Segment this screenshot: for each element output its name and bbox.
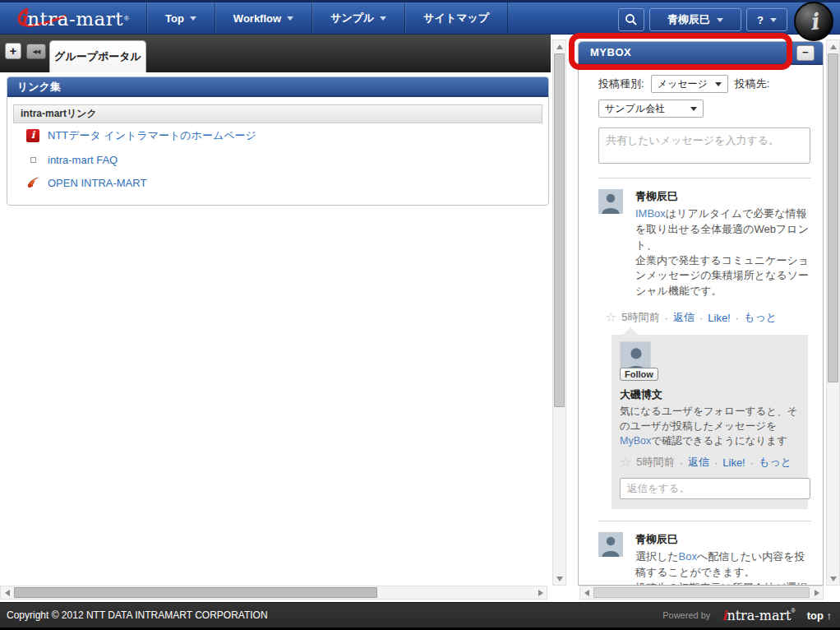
open-intra-mart-swoosh-icon (26, 176, 39, 189)
collapse-tabs-button[interactable]: ◀◀ (26, 44, 46, 59)
page-footer: Copyright © 2012 NTT DATA INTRAMART CORP… (0, 602, 840, 630)
link-open-intra-mart[interactable]: OPEN INTRA-MART (48, 177, 146, 189)
follow-suggestion-card: Follow 大磯博文 気になるユーザをフォローすると、そのユーザが投稿したメッ… (612, 335, 808, 509)
page-vertical-scrollbar[interactable] (826, 39, 840, 586)
favorite-star-icon[interactable]: ☆ (605, 311, 616, 324)
like-link[interactable]: Like! (708, 312, 730, 324)
chevron-down-icon (770, 18, 777, 22)
timeline-post: 青柳辰巳 選択したBoxへ配信したい内容を投稿することができます。 投稿先の初期… (579, 521, 823, 586)
links-portlet: リンク集 intra-martリンク i NTTデータ イントラマートのホームペ… (7, 76, 549, 206)
post-author: 青柳辰巳 (635, 532, 813, 547)
scroll-down-icon[interactable] (830, 577, 837, 581)
post-author: 大磯博文 (620, 387, 800, 402)
mybox-title: MYBOX (590, 46, 631, 58)
chevron-down-icon (380, 16, 386, 21)
list-item: i NTTデータ イントラマートのホームページ (13, 123, 542, 148)
more-link[interactable]: もっと (744, 310, 777, 325)
post-to-select[interactable]: サンプル会社 (598, 100, 704, 118)
reply-input[interactable] (620, 478, 810, 499)
avatar (598, 189, 623, 214)
link-ntt-data-homepage[interactable]: NTTデータ イントラマートのホームページ (48, 128, 256, 143)
scroll-left-icon[interactable] (5, 590, 10, 596)
reply-link[interactable]: 返信 (673, 310, 695, 325)
message-input[interactable] (598, 127, 810, 164)
scroll-up-icon[interactable] (830, 44, 837, 49)
top-navigation-bar: intra-mart ® Top Workflow サンプル サイトマップ 青柳… (0, 0, 840, 35)
reply-link[interactable]: 返信 (688, 455, 709, 470)
menu-item-sample[interactable]: サンプル (312, 2, 404, 34)
search-button[interactable] (618, 8, 644, 31)
logo-registered-mark: ® (124, 15, 129, 22)
menu-item-workflow[interactable]: Workflow (215, 2, 312, 34)
help-menu-button[interactable]: ? (746, 8, 787, 31)
square-outline-icon (26, 153, 39, 166)
more-link[interactable]: もっと (759, 455, 792, 470)
tab-group-portal[interactable]: グループポータル (49, 40, 146, 72)
intra-mart-emblem-icon: i (794, 2, 833, 41)
list-item: intra-mart FAQ (13, 148, 542, 171)
post-to-label: 投稿先: (735, 76, 770, 91)
favorite-star-icon[interactable]: ☆ (620, 456, 631, 469)
post-type-label: 投稿種別: (598, 76, 644, 91)
scrollbar-thumb[interactable] (828, 53, 838, 382)
powered-by-label: Powered by (662, 610, 710, 620)
logo-text: intra-mart (20, 7, 123, 30)
menu-item-sitemap[interactable]: サイトマップ (404, 2, 508, 34)
chevron-down-icon (190, 16, 196, 21)
post-text: 企業内で発生するコミュニケーションメッセージの集積場所となるソーシャル機能です。 (635, 253, 813, 300)
main-vertical-scrollbar[interactable] (552, 39, 566, 586)
menu-item-top[interactable]: Top (146, 2, 215, 34)
post-timestamp: 5時間前 (636, 455, 674, 470)
speech-notch (623, 327, 638, 335)
link-intra-mart-faq[interactable]: intra-mart FAQ (48, 154, 118, 166)
scroll-left-icon[interactable] (584, 590, 589, 596)
post-type-select[interactable]: メッセージ (651, 75, 728, 93)
scrollbar-thumb[interactable] (554, 53, 565, 407)
timeline-post: 青柳辰巳 IMBoxはリアルタイムで必要な情報を取り出せる全体最適のWebフロン… (579, 178, 823, 325)
post-text: 選択したBoxへ配信したい内容を投稿することができます。 (635, 549, 813, 581)
intra-mart-logo: intra-mart ® (0, 2, 146, 34)
intra-mart-red-icon: i (26, 129, 39, 142)
post-text: 気になるユーザをフォローすると、そのユーザが投稿したメッセージをMyBoxで確認… (620, 404, 800, 448)
scrollbar-thumb[interactable] (593, 587, 810, 598)
chevron-down-icon (717, 18, 723, 22)
like-link[interactable]: Like! (722, 456, 745, 469)
main-horizontal-scrollbar[interactable] (0, 586, 547, 600)
footer-intra-mart-logo: intra-mart® (722, 608, 795, 623)
copyright-text: Copyright © 2012 NTT DATA INTRAMART CORP… (7, 609, 268, 621)
mybox-title-bar: MYBOX − (579, 42, 823, 65)
scroll-right-icon[interactable] (815, 590, 819, 596)
main-menu: Top Workflow サンプル サイトマップ (146, 2, 508, 34)
post-author: 青柳辰巳 (635, 189, 813, 204)
list-item: OPEN INTRA-MART (13, 171, 542, 194)
tab-strip: + ◀◀ グループポータル (0, 35, 551, 72)
avatar (598, 532, 623, 557)
dropdown-arrow-icon (690, 107, 697, 111)
search-icon (625, 13, 638, 26)
mybox-portlet: MYBOX − 投稿種別: メッセージ 投稿先: サンプル会社 (578, 41, 824, 586)
chevron-down-icon (287, 16, 293, 21)
links-portlet-title: リンク集 (7, 77, 548, 97)
add-tab-button[interactable]: + (5, 43, 21, 59)
follow-button[interactable]: Follow (620, 368, 658, 381)
post-timestamp: 5時間前 (621, 310, 659, 325)
scroll-up-icon[interactable] (556, 44, 563, 49)
scrollbar-thumb[interactable] (14, 587, 377, 598)
scroll-down-icon[interactable] (556, 577, 563, 581)
post-text: IMBoxはリアルタイムで必要な情報を取り出せる全体最適のWebフロント、 (635, 206, 813, 253)
minimize-button[interactable]: − (796, 45, 815, 61)
dropdown-arrow-icon (715, 82, 722, 86)
back-to-top-link[interactable]: top ↑ (807, 609, 832, 622)
user-menu-button[interactable]: 青柳辰巳 (649, 8, 741, 31)
mybox-horizontal-scrollbar[interactable] (579, 586, 824, 600)
links-section-header: intra-martリンク (13, 104, 542, 123)
scroll-right-icon[interactable] (538, 590, 543, 596)
